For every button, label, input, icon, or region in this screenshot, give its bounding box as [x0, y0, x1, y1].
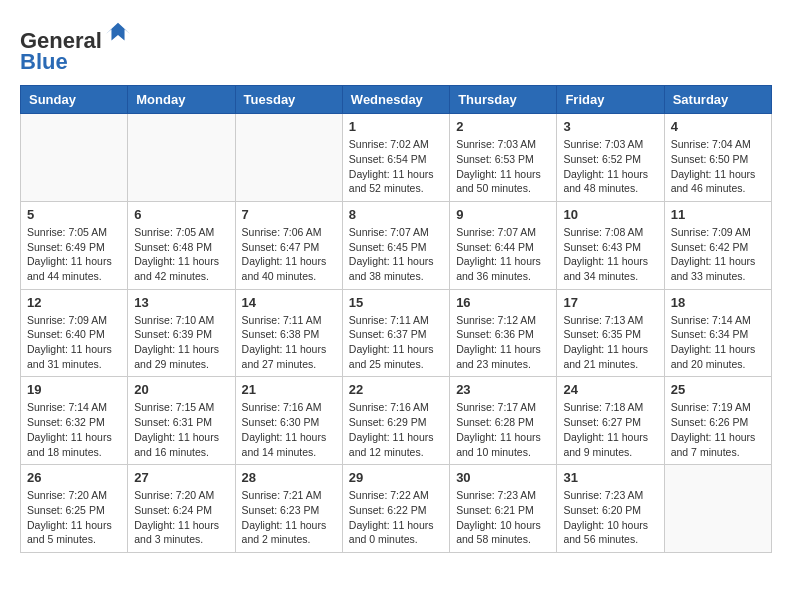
svg-marker-0: [106, 23, 130, 41]
day-info: Sunrise: 7:18 AM Sunset: 6:27 PM Dayligh…: [563, 400, 657, 459]
day-info: Sunrise: 7:15 AM Sunset: 6:31 PM Dayligh…: [134, 400, 228, 459]
calendar-table: SundayMondayTuesdayWednesdayThursdayFrid…: [20, 85, 772, 553]
day-number: 15: [349, 295, 443, 310]
day-info: Sunrise: 7:09 AM Sunset: 6:42 PM Dayligh…: [671, 225, 765, 284]
day-cell: 12Sunrise: 7:09 AM Sunset: 6:40 PM Dayli…: [21, 289, 128, 377]
day-info: Sunrise: 7:07 AM Sunset: 6:44 PM Dayligh…: [456, 225, 550, 284]
day-info: Sunrise: 7:22 AM Sunset: 6:22 PM Dayligh…: [349, 488, 443, 547]
day-number: 8: [349, 207, 443, 222]
day-cell: 3Sunrise: 7:03 AM Sunset: 6:52 PM Daylig…: [557, 114, 664, 202]
day-cell: 16Sunrise: 7:12 AM Sunset: 6:36 PM Dayli…: [450, 289, 557, 377]
day-cell: 20Sunrise: 7:15 AM Sunset: 6:31 PM Dayli…: [128, 377, 235, 465]
weekday-thursday: Thursday: [450, 86, 557, 114]
day-cell: 4Sunrise: 7:04 AM Sunset: 6:50 PM Daylig…: [664, 114, 771, 202]
weekday-header-row: SundayMondayTuesdayWednesdayThursdayFrid…: [21, 86, 772, 114]
week-row-4: 19Sunrise: 7:14 AM Sunset: 6:32 PM Dayli…: [21, 377, 772, 465]
day-info: Sunrise: 7:20 AM Sunset: 6:25 PM Dayligh…: [27, 488, 121, 547]
day-number: 28: [242, 470, 336, 485]
day-cell: 28Sunrise: 7:21 AM Sunset: 6:23 PM Dayli…: [235, 465, 342, 553]
weekday-wednesday: Wednesday: [342, 86, 449, 114]
day-cell: [664, 465, 771, 553]
day-info: Sunrise: 7:11 AM Sunset: 6:38 PM Dayligh…: [242, 313, 336, 372]
weekday-monday: Monday: [128, 86, 235, 114]
day-cell: [128, 114, 235, 202]
day-info: Sunrise: 7:08 AM Sunset: 6:43 PM Dayligh…: [563, 225, 657, 284]
day-info: Sunrise: 7:14 AM Sunset: 6:34 PM Dayligh…: [671, 313, 765, 372]
day-info: Sunrise: 7:17 AM Sunset: 6:28 PM Dayligh…: [456, 400, 550, 459]
day-number: 25: [671, 382, 765, 397]
day-number: 30: [456, 470, 550, 485]
weekday-saturday: Saturday: [664, 86, 771, 114]
day-info: Sunrise: 7:16 AM Sunset: 6:30 PM Dayligh…: [242, 400, 336, 459]
day-cell: 31Sunrise: 7:23 AM Sunset: 6:20 PM Dayli…: [557, 465, 664, 553]
day-info: Sunrise: 7:09 AM Sunset: 6:40 PM Dayligh…: [27, 313, 121, 372]
day-number: 31: [563, 470, 657, 485]
day-cell: 14Sunrise: 7:11 AM Sunset: 6:38 PM Dayli…: [235, 289, 342, 377]
day-info: Sunrise: 7:14 AM Sunset: 6:32 PM Dayligh…: [27, 400, 121, 459]
day-info: Sunrise: 7:23 AM Sunset: 6:20 PM Dayligh…: [563, 488, 657, 547]
day-cell: 17Sunrise: 7:13 AM Sunset: 6:35 PM Dayli…: [557, 289, 664, 377]
day-number: 11: [671, 207, 765, 222]
day-cell: 26Sunrise: 7:20 AM Sunset: 6:25 PM Dayli…: [21, 465, 128, 553]
weekday-tuesday: Tuesday: [235, 86, 342, 114]
day-number: 24: [563, 382, 657, 397]
day-cell: 15Sunrise: 7:11 AM Sunset: 6:37 PM Dayli…: [342, 289, 449, 377]
day-number: 6: [134, 207, 228, 222]
day-cell: 18Sunrise: 7:14 AM Sunset: 6:34 PM Dayli…: [664, 289, 771, 377]
day-info: Sunrise: 7:13 AM Sunset: 6:35 PM Dayligh…: [563, 313, 657, 372]
day-number: 1: [349, 119, 443, 134]
day-cell: 29Sunrise: 7:22 AM Sunset: 6:22 PM Dayli…: [342, 465, 449, 553]
day-number: 4: [671, 119, 765, 134]
day-number: 12: [27, 295, 121, 310]
day-cell: 25Sunrise: 7:19 AM Sunset: 6:26 PM Dayli…: [664, 377, 771, 465]
day-cell: 30Sunrise: 7:23 AM Sunset: 6:21 PM Dayli…: [450, 465, 557, 553]
day-info: Sunrise: 7:05 AM Sunset: 6:48 PM Dayligh…: [134, 225, 228, 284]
day-cell: 19Sunrise: 7:14 AM Sunset: 6:32 PM Dayli…: [21, 377, 128, 465]
day-number: 10: [563, 207, 657, 222]
day-number: 3: [563, 119, 657, 134]
day-cell: 24Sunrise: 7:18 AM Sunset: 6:27 PM Dayli…: [557, 377, 664, 465]
day-info: Sunrise: 7:21 AM Sunset: 6:23 PM Dayligh…: [242, 488, 336, 547]
week-row-1: 1Sunrise: 7:02 AM Sunset: 6:54 PM Daylig…: [21, 114, 772, 202]
day-info: Sunrise: 7:03 AM Sunset: 6:53 PM Dayligh…: [456, 137, 550, 196]
day-number: 26: [27, 470, 121, 485]
day-number: 18: [671, 295, 765, 310]
day-cell: [21, 114, 128, 202]
day-info: Sunrise: 7:10 AM Sunset: 6:39 PM Dayligh…: [134, 313, 228, 372]
page-header: General Blue: [20, 20, 772, 75]
day-number: 19: [27, 382, 121, 397]
day-cell: 1Sunrise: 7:02 AM Sunset: 6:54 PM Daylig…: [342, 114, 449, 202]
day-cell: 11Sunrise: 7:09 AM Sunset: 6:42 PM Dayli…: [664, 201, 771, 289]
day-info: Sunrise: 7:03 AM Sunset: 6:52 PM Dayligh…: [563, 137, 657, 196]
day-number: 16: [456, 295, 550, 310]
day-info: Sunrise: 7:11 AM Sunset: 6:37 PM Dayligh…: [349, 313, 443, 372]
day-cell: 10Sunrise: 7:08 AM Sunset: 6:43 PM Dayli…: [557, 201, 664, 289]
day-info: Sunrise: 7:05 AM Sunset: 6:49 PM Dayligh…: [27, 225, 121, 284]
day-number: 13: [134, 295, 228, 310]
day-number: 22: [349, 382, 443, 397]
day-info: Sunrise: 7:19 AM Sunset: 6:26 PM Dayligh…: [671, 400, 765, 459]
day-cell: 22Sunrise: 7:16 AM Sunset: 6:29 PM Dayli…: [342, 377, 449, 465]
week-row-2: 5Sunrise: 7:05 AM Sunset: 6:49 PM Daylig…: [21, 201, 772, 289]
day-number: 29: [349, 470, 443, 485]
day-info: Sunrise: 7:04 AM Sunset: 6:50 PM Dayligh…: [671, 137, 765, 196]
day-cell: 6Sunrise: 7:05 AM Sunset: 6:48 PM Daylig…: [128, 201, 235, 289]
logo: General Blue: [20, 20, 132, 75]
day-number: 17: [563, 295, 657, 310]
day-number: 27: [134, 470, 228, 485]
logo-bird-icon: [104, 20, 132, 48]
day-number: 14: [242, 295, 336, 310]
day-info: Sunrise: 7:20 AM Sunset: 6:24 PM Dayligh…: [134, 488, 228, 547]
day-info: Sunrise: 7:02 AM Sunset: 6:54 PM Dayligh…: [349, 137, 443, 196]
day-number: 9: [456, 207, 550, 222]
day-cell: 23Sunrise: 7:17 AM Sunset: 6:28 PM Dayli…: [450, 377, 557, 465]
day-cell: 7Sunrise: 7:06 AM Sunset: 6:47 PM Daylig…: [235, 201, 342, 289]
day-number: 2: [456, 119, 550, 134]
day-number: 5: [27, 207, 121, 222]
day-cell: 27Sunrise: 7:20 AM Sunset: 6:24 PM Dayli…: [128, 465, 235, 553]
day-info: Sunrise: 7:06 AM Sunset: 6:47 PM Dayligh…: [242, 225, 336, 284]
day-cell: 21Sunrise: 7:16 AM Sunset: 6:30 PM Dayli…: [235, 377, 342, 465]
day-cell: 8Sunrise: 7:07 AM Sunset: 6:45 PM Daylig…: [342, 201, 449, 289]
day-number: 21: [242, 382, 336, 397]
day-cell: 13Sunrise: 7:10 AM Sunset: 6:39 PM Dayli…: [128, 289, 235, 377]
